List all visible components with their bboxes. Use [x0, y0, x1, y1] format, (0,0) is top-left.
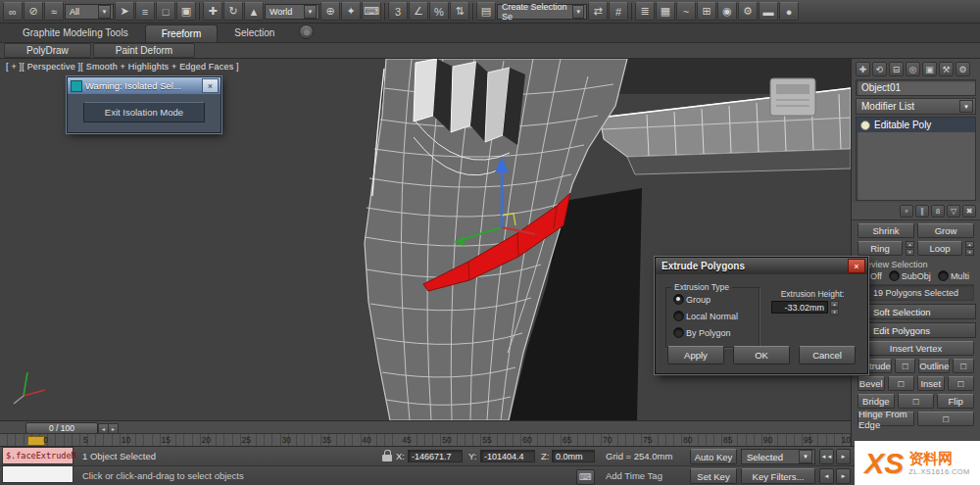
soft-selection-rollout[interactable]: + Soft Selection: [856, 304, 976, 319]
spinner-snap-toggle-icon[interactable]: ⇅: [450, 2, 469, 21]
remove-modifier-icon[interactable]: ▽: [947, 205, 960, 218]
modifier-stack[interactable]: Editable Poly: [856, 117, 976, 201]
stack-item-editable-poly[interactable]: Editable Poly: [857, 118, 975, 132]
tab-selection[interactable]: Selection: [218, 24, 291, 42]
render-setup-icon[interactable]: ⚙: [738, 2, 758, 21]
modifier-list-dropdown[interactable]: Modifier List ▼: [856, 98, 976, 115]
keyboard-override-icon[interactable]: ⌨: [576, 469, 595, 485]
time-slider-row[interactable]: 0 / 100 ◄ ►: [0, 420, 851, 433]
selected-set-key-dropdown[interactable]: Selected ▼: [741, 449, 815, 464]
maxscript-listener-input[interactable]: [2, 465, 74, 483]
insert-vertex-button[interactable]: Insert Vertex: [858, 341, 974, 356]
viewport-label[interactable]: [ + ][ Perspective ][ Smooth + Highlight…: [6, 62, 239, 72]
panel-config-icon[interactable]: ⚙: [956, 62, 970, 76]
loop-button[interactable]: Loop: [917, 241, 962, 256]
tab-graphite-modeling-tools[interactable]: Graphite Modeling Tools: [6, 24, 145, 42]
hinge-settings-button[interactable]: □: [917, 412, 974, 426]
select-and-link-icon[interactable]: ∞: [3, 2, 23, 21]
reference-coordinate-system-dropdown[interactable]: World▼: [265, 4, 319, 20]
auto-key-button[interactable]: Auto Key: [690, 449, 737, 464]
tab-polydraw[interactable]: PolyDraw: [4, 43, 91, 58]
extrude-settings-button[interactable]: □: [895, 359, 916, 373]
bind-to-space-warp-icon[interactable]: ≈: [44, 2, 64, 21]
visibility-bulb-icon[interactable]: [860, 121, 870, 130]
edit-polygons-rollout[interactable]: − Edit Polygons: [856, 322, 976, 338]
selection-filter-dropdown[interactable]: All▼: [65, 4, 114, 20]
inset-settings-button[interactable]: □: [948, 376, 975, 391]
mirror-icon[interactable]: ⇄: [588, 2, 608, 21]
track-bar[interactable]: 0510152025303540455055606570758085909510…: [0, 433, 851, 446]
named-selection-sets-dropdown[interactable]: Create Selection Se▼: [497, 4, 587, 20]
snaps-toggle-icon[interactable]: 3: [388, 2, 408, 21]
z-coordinate-field[interactable]: 0.0mm: [552, 450, 595, 462]
object-name-field[interactable]: Object01: [856, 79, 976, 96]
make-unique-icon[interactable]: 8: [931, 205, 945, 218]
loop-spinner[interactable]: [965, 241, 974, 256]
close-icon[interactable]: ×: [202, 78, 219, 93]
align-icon[interactable]: #: [609, 2, 628, 21]
bridge-settings-button[interactable]: □: [898, 394, 935, 409]
add-time-tag-text[interactable]: Add Time Tag: [606, 470, 662, 481]
preview-subobj-radio[interactable]: SubObj: [889, 270, 931, 281]
preview-multi-radio[interactable]: Multi: [938, 270, 969, 281]
select-object-icon[interactable]: ➤: [115, 2, 134, 21]
extrusion-height-field[interactable]: -33.02mm: [771, 301, 828, 314]
manage-layers-icon[interactable]: ≣: [635, 2, 655, 21]
select-and-manipulate-icon[interactable]: ✦: [341, 2, 361, 21]
group-radio[interactable]: Group: [673, 294, 759, 305]
select-and-move-icon[interactable]: ✚: [203, 2, 222, 21]
outline-settings-button[interactable]: □: [953, 359, 974, 373]
rendered-frame-window-icon[interactable]: ▬: [759, 2, 778, 21]
ribbon-minimize-icon[interactable]: ◎: [299, 24, 314, 39]
hierarchy-tab-icon[interactable]: ⊟: [889, 62, 904, 76]
display-tab-icon[interactable]: ▣: [922, 62, 937, 76]
use-pivot-point-center-icon[interactable]: ⊕: [320, 2, 340, 21]
local-normal-radio[interactable]: Local Normal: [673, 311, 759, 321]
maxscript-mini-listener[interactable]: $.faceExtrudeM: [2, 447, 74, 464]
shrink-button[interactable]: Shrink: [858, 223, 914, 238]
schematic-view-icon[interactable]: ⊞: [697, 2, 716, 21]
bevel-button[interactable]: Bevel: [858, 376, 885, 391]
window-crossing-toggle-icon[interactable]: ▣: [176, 2, 196, 21]
exit-isolation-mode-button[interactable]: Exit Isolation Mode: [83, 102, 205, 122]
go-to-start-button[interactable]: ◄◄: [819, 449, 834, 464]
select-and-scale-icon[interactable]: ▲: [244, 2, 264, 21]
cancel-button[interactable]: Cancel: [799, 346, 856, 364]
rectangular-selection-region-icon[interactable]: □: [156, 2, 175, 21]
set-key-button[interactable]: Set Key: [690, 468, 737, 484]
y-coordinate-field[interactable]: -101404.4: [480, 450, 535, 462]
extrude-dialog-titlebar[interactable]: Extrude Polygons ×: [656, 258, 867, 274]
next-key-button[interactable]: ►: [836, 468, 851, 484]
unlink-selection-icon[interactable]: ⊘: [24, 2, 43, 21]
warning-dialog-titlebar[interactable]: Warning: Isolated Sel... ×: [68, 77, 220, 94]
inset-button[interactable]: Inset: [917, 376, 945, 391]
apply-button[interactable]: Apply: [667, 346, 724, 364]
angle-snap-toggle-icon[interactable]: ∠: [409, 2, 428, 21]
bevel-settings-button[interactable]: □: [888, 376, 915, 391]
selection-lock-icon[interactable]: [382, 455, 392, 461]
material-editor-icon[interactable]: ◉: [717, 2, 737, 21]
edit-named-selection-sets-icon[interactable]: ▤: [476, 2, 496, 21]
flip-button[interactable]: Flip: [937, 394, 974, 409]
key-filters-button[interactable]: Key Filters...: [741, 468, 815, 484]
close-icon[interactable]: ×: [848, 259, 865, 273]
motion-tab-icon[interactable]: ◎: [906, 62, 920, 76]
pin-stack-icon[interactable]: ∘: [900, 205, 913, 218]
show-end-result-icon[interactable]: ∥: [915, 205, 929, 218]
configure-modifier-sets-icon[interactable]: ✖: [962, 205, 976, 218]
ring-button[interactable]: Ring: [858, 241, 903, 256]
outline-button[interactable]: Outline: [918, 359, 950, 373]
extrusion-height-spinner[interactable]: [830, 301, 839, 314]
play-button[interactable]: ►: [836, 449, 851, 464]
tab-freeform[interactable]: Freeform: [145, 24, 219, 42]
x-coordinate-field[interactable]: -146671.7: [408, 450, 463, 462]
tab-paint-deform[interactable]: Paint Deform: [93, 43, 195, 58]
render-production-icon[interactable]: ●: [779, 2, 799, 21]
ok-button[interactable]: OK: [733, 346, 790, 364]
grow-button[interactable]: Grow: [917, 223, 974, 238]
graphite-ribbon-toggle-icon[interactable]: ▦: [656, 2, 675, 21]
utilities-tab-icon[interactable]: ⚒: [939, 62, 954, 76]
curve-editor-icon[interactable]: ~: [676, 2, 696, 21]
create-tab-icon[interactable]: ✚: [856, 62, 870, 76]
keyboard-shortcut-override-toggle-icon[interactable]: ⌨: [362, 2, 381, 21]
